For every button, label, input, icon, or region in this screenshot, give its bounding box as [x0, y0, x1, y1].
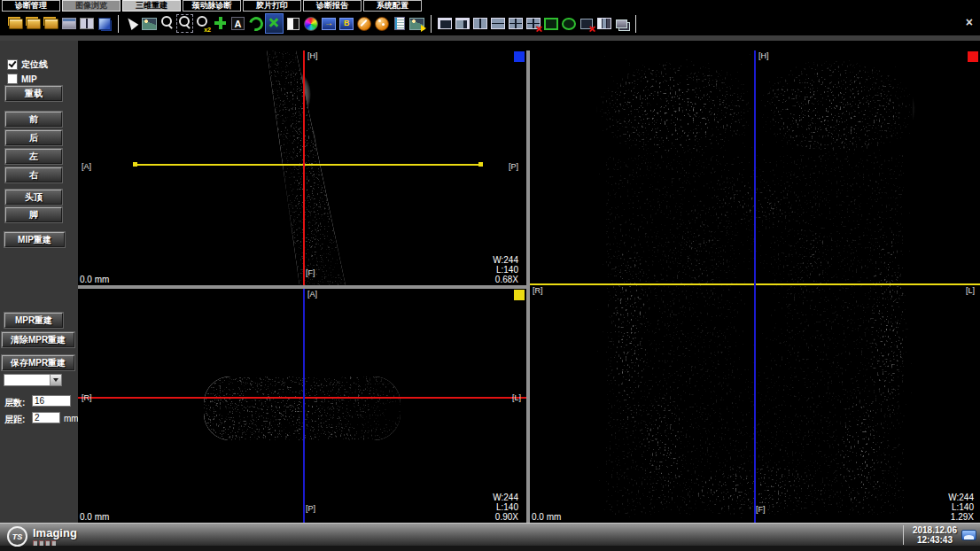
orientation-right-label: [L] — [966, 286, 975, 295]
axial-crosshair-horizontal[interactable] — [78, 397, 526, 399]
zoom-tool-icon[interactable] — [159, 14, 175, 33]
toolbar-separator — [431, 15, 432, 33]
toolbar-separator — [635, 15, 636, 33]
cascade-windows-icon[interactable] — [613, 14, 630, 33]
mip-range-left-handle[interactable] — [133, 162, 137, 167]
roi-ellipse-icon[interactable] — [560, 14, 577, 33]
tab-image-browse[interactable]: 图像浏览 — [62, 0, 121, 12]
axial-crosshair-vertical[interactable] — [303, 289, 305, 523]
layout-clear-icon[interactable] — [525, 14, 541, 33]
mip-range-right-handle[interactable] — [478, 162, 483, 167]
active-corner-marker — [514, 290, 525, 300]
window-image-icon[interactable] — [141, 14, 158, 33]
level-value: L:140 — [493, 502, 518, 512]
roi-delete-icon[interactable] — [578, 14, 595, 33]
layout-1x1-icon[interactable] — [436, 14, 453, 33]
viewport-sagittal[interactable]: [H] [A] [P] [F] 0.0 mm W:244 L:140 0.68X — [78, 50, 526, 285]
orientation-top-label: [H] — [307, 51, 318, 60]
head-button[interactable]: 头顶 — [5, 190, 62, 205]
window-level-text: W:244 L:140 0.68X — [493, 255, 518, 284]
mpr-rebuild-button[interactable]: MPR重建 — [4, 313, 63, 328]
sagittal-mip-range-line[interactable] — [135, 164, 482, 166]
layer-count-input[interactable] — [32, 395, 71, 407]
refresh-icon[interactable] — [247, 14, 264, 33]
clear-mpr-button[interactable]: 清除MPR重建 — [2, 332, 74, 347]
orientation-top-label: [H] — [758, 51, 769, 60]
horizontal-panel-divider[interactable] — [78, 285, 526, 289]
roi-rectangle-icon[interactable] — [542, 14, 559, 33]
pointer-tool-icon[interactable] — [123, 14, 140, 33]
split-view-icon[interactable] — [78, 14, 95, 33]
vertical-panel-divider[interactable] — [526, 50, 530, 523]
level-value: L:140 — [493, 265, 518, 275]
tab-3d-reconstruction[interactable]: 三维重建 — [122, 0, 181, 12]
locator-lines-checkbox-row[interactable]: 定位线 — [7, 58, 48, 71]
toolbar: × — [0, 12, 980, 35]
open-series-folder-icon[interactable] — [25, 14, 42, 33]
measure-tool-icon[interactable] — [355, 14, 372, 33]
left-button[interactable]: 左 — [5, 149, 62, 164]
orientation-top-label: [A] — [307, 290, 317, 299]
status-bar: TS Imaging 2018.12.06 12:43:43 — [0, 523, 980, 551]
text-annotation-icon[interactable] — [229, 14, 246, 33]
tab-film-print[interactable]: 胶片打印 — [243, 0, 301, 12]
window-level-icon[interactable] — [284, 14, 301, 33]
import-folder-icon[interactable] — [43, 14, 59, 33]
menu-bar: 诊断管理 图像浏览 三维重建 颈动脉诊断 胶片打印 诊断报告 系统配置 — [0, 0, 980, 12]
pan-tool-icon[interactable] — [212, 14, 229, 33]
zoom-scale-value: 0.90X — [493, 512, 518, 522]
layer-spacing-unit: mm — [64, 414, 79, 423]
close-icon[interactable]: × — [966, 16, 973, 28]
grid-view-icon[interactable] — [60, 14, 77, 33]
annotate-tools-icon[interactable] — [373, 14, 390, 33]
save-mpr-button[interactable]: 保存MPR重建 — [2, 355, 74, 370]
zoom-scale-value: 0.68X — [493, 275, 518, 284]
window-value: W:244 — [493, 255, 518, 265]
layout-rows-icon[interactable] — [489, 14, 506, 33]
slice-offset-text: 0.0 mm — [80, 275, 109, 284]
mip-rebuild-button[interactable]: MIP重建 — [4, 232, 65, 247]
batch-process-icon[interactable] — [338, 14, 354, 33]
layout-vertical-icon[interactable] — [595, 14, 612, 33]
series-link-icon[interactable] — [320, 14, 337, 33]
slice-offset-text: 0.0 mm — [80, 512, 109, 522]
back-button[interactable]: 后 — [5, 130, 62, 145]
tab-system-config[interactable]: 系统配置 — [363, 0, 422, 12]
tab-diagnosis-report[interactable]: 诊断报告 — [303, 0, 362, 12]
orientation-right-label: [L] — [512, 393, 521, 402]
save-image-icon[interactable] — [408, 14, 425, 33]
open-study-folder-icon[interactable] — [7, 14, 24, 33]
locator-lines-checkbox[interactable] — [7, 59, 18, 70]
status-time: 12:43:43 — [913, 535, 957, 545]
layer-spacing-input[interactable] — [32, 412, 60, 423]
mip-checkbox-row[interactable]: MIP — [7, 74, 37, 84]
front-button[interactable]: 前 — [5, 112, 62, 127]
layout-2x2-icon[interactable] — [507, 14, 524, 33]
brand-name: Imaging — [33, 527, 77, 539]
mip-checkbox[interactable] — [7, 74, 18, 84]
orientation-left-label: [R] — [82, 393, 92, 402]
slice-offset-text: 0.0 mm — [532, 512, 561, 522]
coronal-crosshair-vertical[interactable] — [754, 50, 756, 523]
dropdown-arrow-icon[interactable] — [50, 375, 61, 385]
color-palette-icon[interactable] — [302, 14, 319, 33]
sagittal-mri-image — [78, 50, 526, 285]
report-icon[interactable] — [391, 14, 408, 33]
viewport-axial[interactable]: [A] [R] [L] [P] 0.0 mm W:244 L:140 0.90X — [78, 289, 526, 523]
layout-1x2-icon[interactable] — [454, 14, 471, 33]
tab-carotid-diagnosis[interactable]: 颈动脉诊断 — [183, 0, 241, 12]
layout-columns-icon[interactable] — [471, 14, 488, 33]
viewport-coronal[interactable]: [H] [R] [L] [F] 0.0 mm W:244 L:140 1.29X — [530, 50, 980, 523]
mpr-preset-select[interactable] — [4, 374, 62, 386]
sagittal-crosshair-vertical[interactable] — [303, 50, 305, 285]
level-value: L:140 — [948, 502, 974, 512]
reload-button[interactable]: 重载 — [5, 86, 62, 101]
tab-diagnosis-management[interactable]: 诊断管理 — [2, 0, 60, 12]
volume-load-icon[interactable] — [96, 14, 113, 33]
zoom-x2-icon[interactable] — [194, 14, 211, 33]
zoom-region-icon[interactable] — [176, 14, 193, 33]
right-button[interactable]: 右 — [5, 167, 62, 182]
foot-button[interactable]: 脚 — [5, 207, 62, 222]
fit-to-screen-icon[interactable] — [265, 13, 284, 34]
logo-subtext-blocks — [33, 540, 77, 546]
